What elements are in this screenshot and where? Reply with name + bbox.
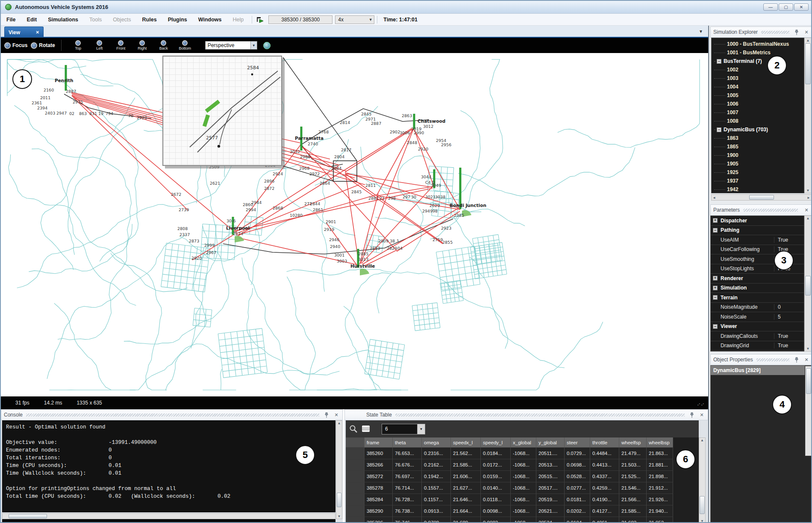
parameter-row[interactable]: UseAIMTrue (711, 235, 804, 245)
column-header-omega[interactable]: omega (422, 437, 451, 448)
menu-item-objects[interactable]: Objects (107, 17, 136, 23)
column-header-wheelbsp[interactable]: wheelbsp (647, 437, 673, 448)
run-step-icon[interactable] (256, 16, 265, 23)
tree-item-row[interactable]: 1925 (714, 168, 804, 177)
table-row[interactable]: 38527876.714...0.1557...21.627...0.0140.… (346, 482, 699, 494)
selected-object-row[interactable]: DynamicBus [2829] (711, 366, 805, 375)
pin-icon[interactable] (794, 30, 801, 35)
group-expander-icon[interactable]: + (713, 276, 718, 281)
tab-list-chevron-icon[interactable]: ▼ (699, 29, 703, 34)
console-output[interactable]: Result - Optimal solution found Objectiv… (2, 420, 335, 512)
column-header-x_global[interactable]: x_global (511, 437, 536, 448)
table-row[interactable]: 38526076.653...0.2316...21.562...0.0184.… (346, 448, 699, 459)
minimize-button[interactable]: — (763, 3, 778, 11)
close-panel-icon[interactable]: ✕ (698, 412, 705, 418)
object-properties-vertical-scrollbar[interactable] (805, 366, 812, 456)
projection-select[interactable]: Perspective ▼ (205, 41, 257, 50)
tree-item-row[interactable]: 1865 (714, 142, 804, 151)
menu-item-help[interactable]: Help (227, 17, 250, 23)
focus-button[interactable]: Focus (4, 42, 27, 49)
tree-item-row[interactable]: 1002 (714, 65, 804, 74)
tree-item-row[interactable]: 1003 (714, 74, 804, 83)
tree-item-row[interactable]: 1004 (714, 83, 804, 91)
tree-expander-icon[interactable]: – (717, 127, 721, 132)
road-network-map[interactable]: 2160288729752011236123942403294702863831… (1, 53, 708, 396)
tab-close-icon[interactable]: ✕ (36, 30, 39, 35)
speed-combo[interactable]: 4x ▼ (335, 15, 374, 24)
parameter-group-row[interactable]: +Renderer (711, 274, 804, 284)
simulation-tree-vertical-scrollbar[interactable]: ▲ ▼ (804, 38, 812, 193)
console-horizontal-scrollbar[interactable] (2, 513, 335, 519)
column-header-steer[interactable]: steer (565, 437, 590, 448)
tree-item-row[interactable]: 1007 (714, 108, 804, 117)
parameter-row[interactable]: NoiseMagnitude0 (711, 303, 804, 313)
column-header-theta[interactable]: theta (393, 437, 422, 448)
parameter-row[interactable]: NoiseScale5 (711, 312, 804, 322)
tree-item-row[interactable]: 1942 (714, 185, 804, 193)
parameter-value[interactable]: 0 (774, 304, 804, 310)
tree-item-row[interactable]: 1006 (714, 100, 804, 108)
close-button[interactable]: ✕ (794, 3, 809, 11)
tree-group-row[interactable]: –DynamicBus (703) (714, 125, 804, 134)
table-row[interactable]: 38527276.697...0.1942...21.606...0.0159.… (346, 471, 699, 482)
column-header-speedy_l[interactable]: speedy_l (481, 437, 511, 448)
console-vertical-scrollbar[interactable]: ▲ ▼ (336, 420, 342, 519)
parameter-group-row[interactable]: –Pathing (711, 226, 804, 236)
group-expander-icon[interactable]: + (713, 218, 718, 223)
parameter-row[interactable]: DrawingCalloutsTrue (711, 331, 804, 341)
parameter-group-row[interactable]: +Dispatcher (711, 216, 804, 226)
tree-item-row[interactable]: 1001 - BusMetrics (714, 48, 804, 57)
tree-expander-icon[interactable]: – (717, 59, 721, 64)
column-header-wheelfsp[interactable]: wheelfsp (619, 437, 647, 448)
inspect-icon[interactable] (349, 425, 358, 433)
close-panel-icon[interactable]: ✕ (803, 207, 810, 213)
table-row[interactable]: 38528476.728...0.1157...21.646...0.0118.… (346, 494, 699, 505)
tree-item-row[interactable]: 1905 (714, 160, 804, 168)
menu-item-plugins[interactable]: Plugins (162, 17, 193, 23)
view-button-bottom[interactable]: Bottom (174, 40, 196, 50)
column-header-throttle[interactable]: throttle (590, 437, 619, 448)
table-row[interactable]: 38529676.746...0.0708...21.680...0.0082.… (346, 517, 699, 523)
pin-icon[interactable] (690, 412, 697, 418)
menu-item-edit[interactable]: Edit (21, 17, 43, 23)
row-header-cell[interactable] (346, 437, 365, 448)
tab-view[interactable]: View ✕ (4, 27, 44, 38)
parameter-value[interactable]: 5 (774, 314, 804, 320)
simulation-tree-horizontal-scrollbar[interactable]: ◄ ► (711, 194, 812, 201)
column-header-speedx_l[interactable]: speedx_l (451, 437, 481, 448)
record-select-combo[interactable]: 6 (382, 424, 418, 434)
resize-grip-icon[interactable]: ⡠⡠ (697, 400, 705, 406)
close-panel-icon[interactable]: ✕ (803, 30, 810, 35)
table-view-icon[interactable] (361, 425, 371, 433)
globe-icon[interactable] (263, 42, 271, 49)
parameter-group-row[interactable]: –Terrain (711, 293, 804, 303)
pin-icon[interactable] (794, 357, 801, 363)
simulation-tree[interactable]: 1000 - BusTerminalNexus1001 - BusMetrics… (711, 38, 804, 193)
tree-item-row[interactable]: 1008 (714, 117, 804, 125)
tree-group-row[interactable]: –BusTerminal (7) (714, 57, 804, 65)
menu-item-tools[interactable]: Tools (84, 17, 107, 23)
view-button-left[interactable]: Left (89, 40, 110, 50)
state-table-grid[interactable]: framethetaomegaspeedx_lspeedy_lx_globaly… (346, 437, 699, 523)
menu-item-windows[interactable]: Windows (193, 17, 227, 23)
rotate-button[interactable]: Rotate (31, 42, 55, 49)
frame-counter-field[interactable]: 385300 / 385300 (268, 15, 332, 24)
group-expander-icon[interactable]: – (713, 295, 718, 300)
tree-item-row[interactable]: 1000 - BusTerminalNexus (714, 40, 804, 48)
close-panel-icon[interactable]: ✕ (333, 412, 340, 418)
parameter-value[interactable]: True (774, 333, 804, 339)
parameter-value[interactable]: True (774, 343, 804, 349)
tree-item-row[interactable]: 1005 (714, 91, 804, 100)
view-button-right[interactable]: Right (132, 40, 153, 50)
chevron-down-icon[interactable]: ▼ (418, 424, 425, 434)
view-button-front[interactable]: Front (110, 40, 132, 50)
group-expander-icon[interactable]: – (713, 324, 718, 329)
menu-item-simulations[interactable]: Simulations (42, 17, 84, 23)
menu-item-file[interactable]: File (1, 17, 21, 23)
parameters-vertical-scrollbar[interactable]: ▲ ▼ (804, 216, 812, 352)
parameter-value[interactable]: True (774, 237, 804, 243)
tree-item-row[interactable]: 1900 (714, 151, 804, 160)
close-panel-icon[interactable]: ✕ (803, 357, 810, 363)
column-header-y_global[interactable]: y_global (536, 437, 565, 448)
view-button-back[interactable]: Back (153, 40, 174, 50)
